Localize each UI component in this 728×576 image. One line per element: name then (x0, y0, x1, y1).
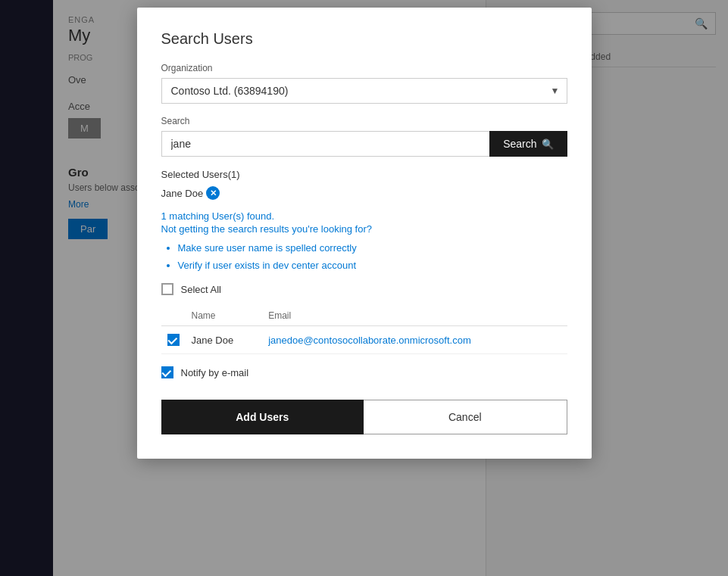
search-result-info: 1 matching User(s) found. Not getting th… (161, 210, 567, 235)
select-all-checkbox[interactable] (161, 283, 173, 295)
notify-row[interactable]: Notify by e-mail (161, 366, 567, 378)
tip-2: Verify if user exists in dev center acco… (178, 260, 567, 271)
org-select-wrapper: Contoso Ltd. (63894190) ▼ (161, 78, 567, 104)
org-label: Organization (161, 63, 567, 73)
not-getting-text: Not getting the search results you're lo… (161, 223, 567, 235)
notify-checkbox[interactable] (161, 366, 173, 378)
search-row: Search 🔍 (161, 131, 567, 157)
found-text: 1 matching User(s) found. (161, 210, 567, 222)
select-all-label: Select All (181, 284, 221, 295)
row-name-cell: Jane Doe (186, 326, 263, 354)
table-row: Jane Doe janedoe@contosocollaborate.onmi… (161, 326, 567, 354)
table-name-header: Name (186, 306, 263, 326)
user-tag-name: Jane Doe (161, 188, 204, 199)
user-tag-jane-doe: Jane Doe ✕ (161, 186, 220, 200)
table-checkbox-col-header (161, 306, 186, 326)
notify-label: Notify by e-mail (181, 367, 249, 378)
cancel-button[interactable]: Cancel (364, 400, 567, 434)
modal-footer: Add Users Cancel (161, 400, 567, 434)
search-input[interactable] (161, 131, 490, 157)
row-email-cell: janedoe@contosocollaborate.onmicrosoft.c… (262, 326, 567, 354)
modal-title: Search Users (161, 30, 567, 48)
tip-1: Make sure user name is spelled correctly (178, 242, 567, 254)
selected-users-tags: Jane Doe ✕ (161, 186, 567, 200)
search-button[interactable]: Search 🔍 (489, 131, 567, 157)
search-users-modal: Search Users Organization Contoso Ltd. (… (137, 8, 592, 459)
selected-users-label: Selected Users(1) (161, 169, 567, 180)
select-all-row[interactable]: Select All (161, 283, 567, 295)
row-checkbox-cell[interactable] (161, 326, 186, 354)
remove-user-tag-button[interactable]: ✕ (206, 186, 220, 200)
table-email-header: Email (262, 306, 567, 326)
org-select[interactable]: Contoso Ltd. (63894190) (161, 78, 567, 104)
search-field-label: Search (161, 116, 567, 126)
users-table: Name Email Jane Doe janedoe@contosocolla… (161, 306, 567, 354)
search-btn-label: Search (503, 138, 536, 150)
row-checkbox-checked[interactable] (167, 334, 180, 346)
table-header-row: Name Email (161, 306, 567, 326)
modal-overlay: Search Users Organization Contoso Ltd. (… (0, 0, 728, 576)
search-btn-icon: 🔍 (542, 139, 554, 150)
add-users-button[interactable]: Add Users (161, 400, 364, 434)
tips-list: Make sure user name is spelled correctly… (161, 242, 567, 271)
